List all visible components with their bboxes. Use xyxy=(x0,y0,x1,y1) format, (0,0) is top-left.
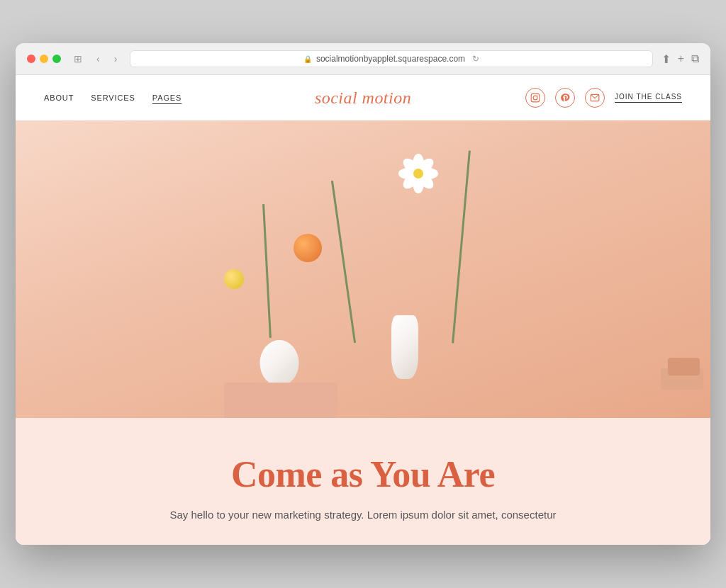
site-logo[interactable]: social motion xyxy=(315,89,411,108)
navigation: ABOUT SERVICES PAGES social motion xyxy=(16,75,710,120)
forward-button[interactable]: › xyxy=(110,52,122,66)
back-button[interactable]: ‹ xyxy=(92,52,104,66)
refresh-icon[interactable]: ↻ xyxy=(472,54,479,64)
below-hero-text: Say hello to your new marketing strategy… xyxy=(150,507,576,524)
svg-rect-0 xyxy=(531,94,540,102)
email-icon[interactable] xyxy=(585,88,605,108)
address-bar[interactable]: 🔒 socialmotionbyapplet.squarespace.com ↻ xyxy=(130,50,652,67)
nav-about[interactable]: ABOUT xyxy=(44,94,74,102)
maximize-button[interactable] xyxy=(52,55,61,63)
window-icon[interactable]: ⊞ xyxy=(69,52,86,66)
minimize-button[interactable] xyxy=(40,55,48,63)
close-button[interactable] xyxy=(27,55,35,63)
share-icon[interactable]: ⬆ xyxy=(661,52,671,66)
nav-links: ABOUT SERVICES PAGES xyxy=(44,94,182,102)
join-class-button[interactable]: JOIN THE CLASS xyxy=(615,93,682,103)
hero-section: PUT YOUR SOCIALS IN MOTION Personality-I… xyxy=(16,120,710,418)
instagram-icon[interactable] xyxy=(525,88,545,108)
nav-right: JOIN THE CLASS xyxy=(525,88,682,108)
hero-right-photo xyxy=(16,120,710,418)
below-hero-section: Come as You Are Say hello to your new ma… xyxy=(16,418,710,545)
below-hero-title: Come as You Are xyxy=(44,453,682,495)
browser-chrome: ⊞ ‹ › 🔒 socialmotionbyapplet.squarespace… xyxy=(16,43,710,75)
nav-pages[interactable]: PAGES xyxy=(152,94,182,102)
tabs-icon[interactable]: ⧉ xyxy=(691,52,699,66)
browser-actions: ⬆ + ⧉ xyxy=(661,52,699,66)
browser-window: ⊞ ‹ › 🔒 socialmotionbyapplet.squarespace… xyxy=(16,43,710,545)
pinterest-icon[interactable] xyxy=(555,88,575,108)
browser-controls: ⊞ ‹ › xyxy=(69,52,121,66)
website: ABOUT SERVICES PAGES social motion xyxy=(16,75,710,545)
traffic-lights xyxy=(27,55,61,63)
nav-services[interactable]: SERVICES xyxy=(91,94,135,102)
url-text: socialmotionbyapplet.squarespace.com xyxy=(316,54,465,64)
svg-point-2 xyxy=(537,95,538,96)
svg-point-1 xyxy=(533,96,537,100)
new-tab-icon[interactable]: + xyxy=(678,52,684,66)
lock-icon: 🔒 xyxy=(303,55,312,63)
